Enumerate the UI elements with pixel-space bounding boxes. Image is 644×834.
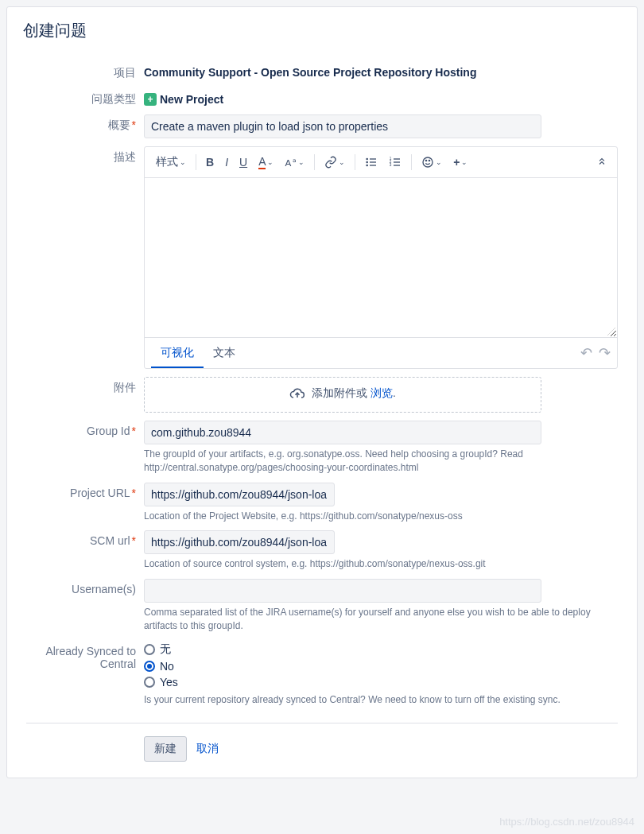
issue-type-value: New Project [160,93,223,106]
svg-rect-11 [394,165,400,165]
groupid-input[interactable] [144,421,541,444]
svg-text:3: 3 [390,163,392,167]
svg-line-15 [607,328,615,336]
description-textarea[interactable] [145,178,617,337]
new-project-icon: + [144,93,157,106]
synced-help: Is your current repository already synce… [144,693,618,707]
summary-input[interactable] [144,114,541,138]
tab-visual[interactable]: 可视化 [151,338,204,368]
upload-cloud-icon [289,386,305,401]
svg-line-17 [614,334,615,336]
summary-label: 概要 [26,114,144,138]
synced-option-no: No [160,660,174,673]
emoji-button[interactable]: ⌄ [417,153,447,172]
submit-button[interactable]: 新建 [144,736,187,762]
insert-button[interactable]: +⌄ [448,153,472,172]
svg-point-2 [367,161,369,164]
form: 项目 Community Support - Open Source Proje… [7,52,637,778]
groupid-help: The groupId of your artifacts, e.g. org.… [144,448,618,475]
project-url-label: Project URL [26,483,144,523]
separator [355,154,355,170]
attachment-label: 附件 [26,377,144,413]
dialog-header: 创建问题 [7,7,637,52]
separator [411,154,412,170]
usernames-input[interactable] [144,579,541,603]
text-color-button[interactable]: A⌄ [254,152,278,173]
synced-option-none: 无 [160,642,171,657]
separator [196,154,196,170]
project-url-input[interactable] [144,483,335,506]
resize-handle-icon[interactable] [606,326,615,336]
browse-link[interactable]: 浏览 [370,386,393,399]
italic-button[interactable]: I [220,153,233,172]
synced-option-yes: Yes [160,676,178,689]
usernames-label: Username(s) [26,579,144,633]
synced-radio-no[interactable] [144,661,155,672]
redo-icon[interactable]: ↷ [599,344,611,362]
undo-icon[interactable]: ↶ [580,344,592,362]
synced-radio-none[interactable] [144,644,155,655]
cancel-button[interactable]: 取消 [196,742,219,756]
style-dropdown[interactable]: 样式⌄ [151,152,191,173]
synced-radio-yes[interactable] [144,677,155,688]
bold-button[interactable]: B [201,153,219,172]
attachment-text: 添加附件或 [312,386,370,399]
scm-url-label: SCM url [26,530,144,571]
link-button[interactable]: ⌄ [320,153,350,172]
svg-rect-3 [370,161,376,162]
description-label: 描述 [26,146,144,369]
underline-button[interactable]: U [235,153,252,172]
numbered-list-button[interactable]: 123 [384,153,406,172]
groupid-label: Group Id [26,421,144,475]
svg-point-14 [429,160,430,161]
scm-url-input[interactable] [144,530,335,554]
dialog-footer: 新建 取消 [26,723,618,762]
svg-rect-1 [370,158,376,159]
scm-url-help: Location of source control system, e.g. … [144,557,618,571]
svg-point-0 [367,158,369,161]
issue-type-label: 问题类型 [26,88,144,107]
synced-label: Already Synced to Central [26,641,144,707]
project-label: 项目 [26,62,144,80]
svg-rect-7 [394,158,400,159]
svg-point-12 [423,157,433,167]
create-issue-dialog: 创建问题 项目 Community Support - Open Source … [6,6,638,778]
dialog-title: 创建问题 [23,20,621,41]
bullet-list-button[interactable] [360,153,382,172]
svg-line-16 [611,331,615,336]
svg-rect-9 [394,161,400,162]
usernames-help: Comma separated list of the JIRA usernam… [144,606,618,633]
svg-rect-5 [370,165,376,165]
tab-text[interactable]: 文本 [204,338,245,368]
project-url-help: Location of the Project Website, e.g. ht… [144,510,618,523]
rich-text-editor: 样式⌄ B I U A⌄ Aᵃ⌄ ⌄ [144,146,618,369]
more-format-button[interactable]: Aᵃ⌄ [280,153,309,171]
svg-point-4 [367,165,369,167]
collapse-toolbar-icon[interactable] [593,153,611,173]
attachment-dropzone[interactable]: 添加附件或 浏览. [144,377,541,413]
separator [314,154,315,170]
svg-point-13 [426,160,427,161]
editor-toolbar: 样式⌄ B I U A⌄ Aᵃ⌄ ⌄ [145,147,617,178]
project-value: Community Support - Open Source Project … [144,62,618,80]
